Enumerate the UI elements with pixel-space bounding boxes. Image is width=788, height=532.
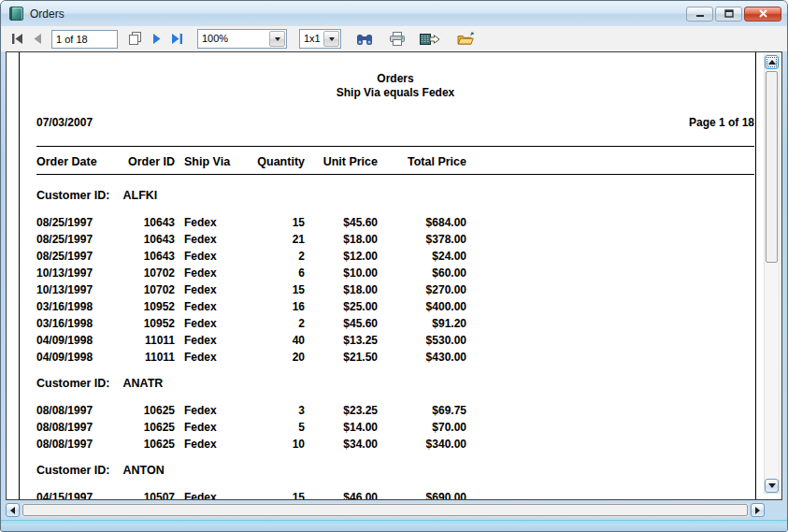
cell: $530.00 <box>378 333 466 350</box>
cell: Fedex <box>175 420 250 437</box>
cell: 6 <box>250 266 305 282</box>
previous-page-button[interactable] <box>30 32 45 46</box>
customer-id-label: Customer ID: <box>36 464 109 477</box>
page-number-input[interactable] <box>51 30 118 49</box>
cell: $684.00 <box>378 215 466 232</box>
horizontal-scroll-track[interactable] <box>21 503 749 517</box>
cell: 10702 <box>111 266 175 282</box>
scroll-up-button[interactable] <box>765 55 779 69</box>
cell: 5 <box>250 420 305 437</box>
cell: $378.00 <box>378 232 466 249</box>
minimize-button[interactable] <box>686 7 713 22</box>
zoom-combobox[interactable]: 100% <box>197 29 287 49</box>
report-viewer: Orders Ship Via equals Fedex 07/03/2007 … <box>6 51 782 500</box>
customer-group: Customer ID:ANATR08/08/199710625Fedex3$2… <box>36 377 754 453</box>
customer-group: Customer ID:ALFKI08/25/199710643Fedex15$… <box>36 189 754 367</box>
cell: 2 <box>250 316 305 333</box>
next-page-button[interactable] <box>150 32 165 46</box>
table-row: 08/08/199710625Fedex10$34.00$340.00 <box>36 437 754 453</box>
toolbar: 100% 1x1 <box>1 26 787 51</box>
report-app-icon <box>9 7 23 21</box>
scroll-down-button[interactable] <box>765 479 779 493</box>
scroll-right-button[interactable] <box>751 503 765 517</box>
cell: 10702 <box>111 282 175 299</box>
table-row: 03/16/199810952Fedex2$45.60$91.20 <box>36 316 754 333</box>
report-title: Orders Ship Via equals Fedex <box>36 72 754 100</box>
horizontal-scrollbar[interactable] <box>6 502 782 518</box>
report-date: 07/03/2007 <box>36 116 93 129</box>
scrollbar-corner <box>767 503 782 517</box>
cell: 11011 <box>111 350 175 367</box>
scroll-left-button[interactable] <box>6 503 20 517</box>
window-controls <box>686 7 781 22</box>
report-meta-row: 07/03/2007 Page 1 of 18 <box>36 116 754 129</box>
cell: $34.00 <box>305 437 378 453</box>
pages-button[interactable] <box>124 30 146 48</box>
cell: $18.00 <box>305 282 378 299</box>
cell: 08/25/1997 <box>36 232 111 249</box>
cell: 10/13/1997 <box>36 266 111 282</box>
cell: $69.75 <box>378 403 466 420</box>
page-layout-dropdown-button[interactable] <box>323 31 339 47</box>
cell: $14.00 <box>305 420 378 437</box>
report-content: Orders Ship Via equals Fedex 07/03/2007 … <box>36 72 754 500</box>
divider <box>36 146 754 147</box>
cell: $23.25 <box>305 403 378 420</box>
zoom-dropdown-button[interactable] <box>269 31 285 47</box>
arrow-up-icon <box>768 60 776 65</box>
cell: 20 <box>250 350 305 367</box>
previous-page-icon <box>33 34 42 44</box>
divider <box>36 174 754 175</box>
cell: 04/09/1998 <box>36 333 111 350</box>
vertical-scroll-thumb[interactable] <box>766 71 778 263</box>
titlebar[interactable]: Orders <box>1 1 787 26</box>
maximize-button[interactable] <box>715 7 742 22</box>
report-page-number: Page 1 of 18 <box>689 116 754 129</box>
vertical-scrollbar[interactable] <box>764 54 780 494</box>
cell: 08/08/1997 <box>36 403 111 420</box>
printer-icon <box>389 32 406 46</box>
column-header-quantity: Quantity <box>250 155 305 168</box>
cell: 03/16/1998 <box>36 299 111 316</box>
horizontal-scroll-thumb[interactable] <box>22 504 748 516</box>
group-heading: Customer ID:ALFKI <box>36 189 754 202</box>
cell: $24.00 <box>378 249 466 266</box>
minimize-icon <box>695 9 705 18</box>
zoom-value: 100% <box>198 30 268 48</box>
cell: $45.60 <box>305 215 378 232</box>
cell: 10643 <box>111 249 175 266</box>
first-page-icon <box>11 34 23 44</box>
cell: $340.00 <box>378 437 466 453</box>
cell: $46.00 <box>305 490 378 500</box>
table-row: 08/25/199710643Fedex2$12.00$24.00 <box>36 249 754 266</box>
cell: 3 <box>250 403 305 420</box>
cell: $70.00 <box>378 420 466 437</box>
cell: $430.00 <box>378 350 466 367</box>
first-page-button[interactable] <box>8 32 26 46</box>
cell: 10952 <box>111 316 175 333</box>
table-row: 03/16/199810952Fedex16$25.00$400.00 <box>36 299 754 316</box>
print-button[interactable] <box>386 30 408 48</box>
customer-id-value: ALFKI <box>122 189 157 202</box>
open-report-button[interactable] <box>454 30 478 48</box>
customer-id-value: ANTON <box>122 464 164 477</box>
customer-id-label: Customer ID: <box>36 189 109 202</box>
last-page-button[interactable] <box>168 32 186 46</box>
cell: 04/15/1997 <box>36 490 111 500</box>
cell: Fedex <box>175 215 250 232</box>
arrow-right-icon <box>755 507 760 514</box>
page-layout-combobox[interactable]: 1x1 <box>299 29 341 49</box>
find-button[interactable] <box>353 31 376 48</box>
column-header-order-id: Order ID <box>111 155 175 168</box>
cell: Fedex <box>175 403 250 420</box>
column-header-unit-price: Unit Price <box>305 155 378 168</box>
close-button[interactable] <box>744 7 781 22</box>
arrow-down-icon <box>768 483 776 488</box>
cell: Fedex <box>175 232 250 249</box>
cell: Fedex <box>175 350 250 367</box>
cell: Fedex <box>175 282 250 299</box>
maximize-icon <box>724 9 734 18</box>
report-title-line1: Orders <box>36 72 754 86</box>
cell: 10625 <box>111 403 175 420</box>
export-button[interactable] <box>417 31 443 48</box>
